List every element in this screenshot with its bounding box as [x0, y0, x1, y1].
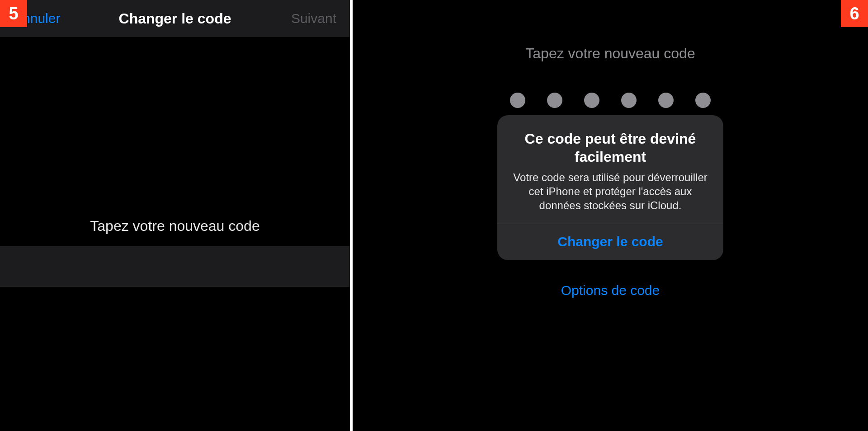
passcode-dot-icon: [621, 93, 637, 108]
passcode-dots: [510, 93, 711, 108]
passcode-dot-icon: [584, 93, 599, 108]
alert-title: Ce code peut être deviné facilement: [510, 130, 711, 166]
passcode-dot-icon: [695, 93, 711, 108]
alert-message: Votre code sera utilisé pour déverrouill…: [510, 170, 711, 213]
passcode-prompt: Tapez votre nouveau code: [525, 45, 695, 62]
weak-passcode-alert: Ce code peut être deviné facilement Votr…: [497, 115, 723, 260]
left-content: Tapez votre nouveau code: [0, 37, 350, 431]
passcode-dot-icon: [658, 93, 674, 108]
right-content: Tapez votre nouveau code Ce code peut êt…: [353, 0, 868, 298]
navigation-bar: Annuler Changer le code Suivant: [0, 0, 350, 37]
step-5-panel: 5 Annuler Changer le code Suivant Tapez …: [0, 0, 353, 431]
alert-body: Ce code peut être deviné facilement Votr…: [497, 115, 723, 224]
passcode-options-link[interactable]: Options de code: [561, 283, 660, 298]
passcode-dot-icon: [510, 93, 525, 108]
page-title: Changer le code: [119, 10, 231, 27]
step-6-panel: 6 Tapez votre nouveau code Ce code peut …: [353, 0, 868, 431]
passcode-input[interactable]: [0, 246, 350, 287]
change-code-button[interactable]: Changer le code: [497, 224, 723, 260]
step-badge-6: 6: [841, 0, 868, 27]
passcode-prompt: Tapez votre nouveau code: [0, 218, 350, 234]
next-button[interactable]: Suivant: [291, 11, 336, 26]
passcode-dot-icon: [547, 93, 562, 108]
step-badge-5: 5: [0, 0, 27, 27]
